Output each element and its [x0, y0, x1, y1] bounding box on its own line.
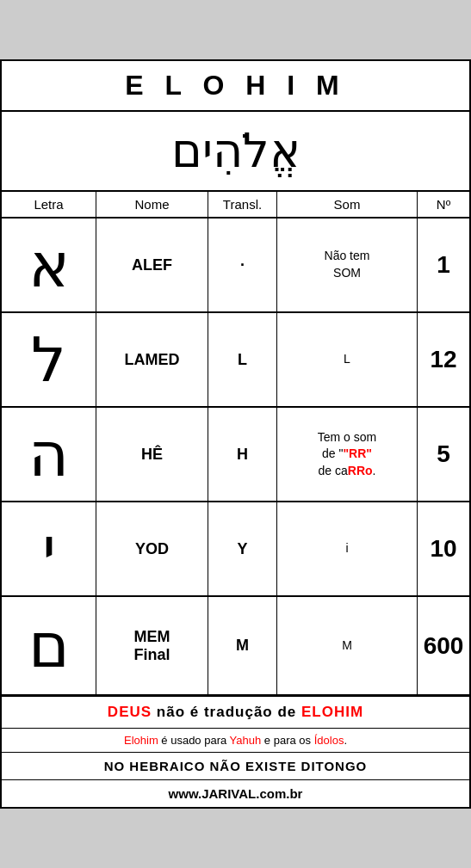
- table-row: ם MEMFinal M M 600: [2, 597, 469, 696]
- hebrew-word-row: אֱלֹהִים: [2, 112, 469, 192]
- elohim-card: E L O H I M אֱלֹהִים Letra Nome Transl. …: [0, 59, 471, 809]
- transl-mem-final: M: [208, 597, 277, 694]
- letter-lamed: ל: [2, 313, 96, 406]
- letter-yod: י: [2, 502, 96, 595]
- letter-he: ה: [2, 408, 96, 501]
- name-yod: YOD: [96, 502, 208, 595]
- main-title: E L O H I M: [125, 70, 345, 101]
- transl-alef: ·: [208, 219, 277, 311]
- footer: DEUS não é tradução de ELOHIM Elohim é u…: [2, 696, 469, 807]
- sound-yod: i: [277, 502, 418, 595]
- number-alef: 1: [418, 219, 469, 311]
- transl-lamed: L: [208, 313, 277, 406]
- transl-he: H: [208, 408, 277, 501]
- footer-elohim2: Elohim: [124, 734, 158, 747]
- col-num: Nº: [418, 192, 469, 217]
- hebrew-word: אֱלֹהִים: [171, 126, 301, 177]
- name-alef: ALEF: [96, 219, 208, 311]
- col-nome: Nome: [96, 192, 208, 217]
- name-lamed: LAMED: [96, 313, 208, 406]
- col-som: Som: [277, 192, 418, 217]
- col-transl: Transl.: [208, 192, 277, 217]
- col-letra: Letra: [2, 192, 96, 217]
- footer-line1: DEUS não é tradução de ELOHIM: [2, 697, 469, 729]
- letter-alef: א: [2, 219, 96, 311]
- footer-line4: www.JARIVAL.com.br: [2, 780, 469, 807]
- footer-line2: Elohim é usado para Yahuh e para os Ídol…: [2, 729, 469, 753]
- footer-deus: DEUS: [108, 704, 152, 720]
- name-he: HÊ: [96, 408, 208, 501]
- footer-elohim: ELOHIM: [301, 704, 363, 720]
- sound-alef: Não temSOM: [277, 219, 418, 311]
- sound-mem-final: M: [277, 597, 418, 694]
- letter-mem-final: ם: [2, 597, 96, 694]
- footer-idolos: Ídolos: [314, 734, 344, 747]
- sound-he: Tem o somde ""RR"de caRRo.: [277, 408, 418, 501]
- table-header: Letra Nome Transl. Som Nº: [2, 192, 469, 219]
- number-mem-final: 600: [418, 597, 469, 694]
- table-row: י YOD Y i 10: [2, 502, 469, 597]
- number-yod: 10: [418, 502, 469, 595]
- title-section: E L O H I M: [2, 61, 469, 112]
- transl-yod: Y: [208, 502, 277, 595]
- footer-line3: NO HEBRAICO NÃO EXISTE DITONGO: [2, 753, 469, 780]
- name-mem-final: MEMFinal: [96, 597, 208, 694]
- table-row: א ALEF · Não temSOM 1: [2, 219, 469, 313]
- table-row: ל LAMED L L 12: [2, 313, 469, 408]
- table-row: ה HÊ H Tem o somde ""RR"de caRRo. 5: [2, 408, 469, 502]
- sound-lamed: L: [277, 313, 418, 406]
- number-he: 5: [418, 408, 469, 501]
- number-lamed: 12: [418, 313, 469, 406]
- footer-yahuh: Yahuh: [230, 734, 262, 747]
